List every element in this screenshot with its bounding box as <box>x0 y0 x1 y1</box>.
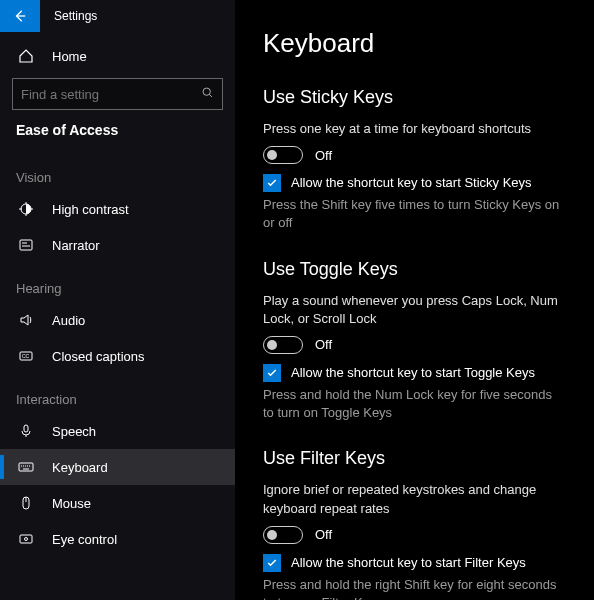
filter-toggle-row: Off <box>263 526 566 544</box>
svg-text:CC: CC <box>22 353 30 359</box>
filter-desc: Ignore brief or repeated keystrokes and … <box>263 481 566 517</box>
home-icon <box>16 48 36 64</box>
sidebar-item-label: Mouse <box>52 496 91 511</box>
search-box[interactable] <box>12 78 223 110</box>
sidebar: Settings Home Ease of Access Vision High… <box>0 0 235 600</box>
sticky-checkbox[interactable] <box>263 174 281 192</box>
filter-toggle-state: Off <box>315 527 332 542</box>
sidebar-item-label: High contrast <box>52 202 129 217</box>
filter-checkbox[interactable] <box>263 554 281 572</box>
section-sticky-title: Use Sticky Keys <box>263 87 566 108</box>
filter-hint: Press and hold the right Shift key for e… <box>263 576 566 600</box>
back-button[interactable] <box>0 0 40 32</box>
togglekeys-toggle-state: Off <box>315 337 332 352</box>
sidebar-item-narrator[interactable]: Narrator <box>0 227 235 263</box>
togglekeys-hint: Press and hold the Num Lock key for five… <box>263 386 566 422</box>
arrow-left-icon <box>13 9 27 23</box>
group-hearing-label: Hearing <box>0 263 235 302</box>
group-vision-label: Vision <box>0 152 235 191</box>
sidebar-item-keyboard[interactable]: Keyboard <box>0 449 235 485</box>
sticky-toggle-state: Off <box>315 148 332 163</box>
content-pane: Keyboard Use Sticky Keys Press one key a… <box>235 0 594 600</box>
svg-point-9 <box>25 538 28 541</box>
sticky-checkbox-label: Allow the shortcut key to start Sticky K… <box>291 174 532 192</box>
togglekeys-checkbox-label: Allow the shortcut key to start Toggle K… <box>291 364 535 382</box>
toggle-knob <box>267 150 277 160</box>
sidebar-item-label: Eye control <box>52 532 117 547</box>
sidebar-item-high-contrast[interactable]: High contrast <box>0 191 235 227</box>
togglekeys-desc: Play a sound whenever you press Caps Loc… <box>263 292 566 328</box>
svg-rect-8 <box>20 535 32 543</box>
sidebar-item-closed-captions[interactable]: CC Closed captions <box>0 338 235 374</box>
audio-icon <box>16 312 36 328</box>
sidebar-item-label: Closed captions <box>52 349 145 364</box>
group-interaction-label: Interaction <box>0 374 235 413</box>
category-label: Ease of Access <box>0 122 235 152</box>
sidebar-item-audio[interactable]: Audio <box>0 302 235 338</box>
app-title: Settings <box>40 9 97 23</box>
toggle-knob <box>267 340 277 350</box>
sidebar-item-label: Speech <box>52 424 96 439</box>
mouse-icon <box>16 495 36 511</box>
togglekeys-checkbox-row[interactable]: Allow the shortcut key to start Toggle K… <box>263 364 566 382</box>
svg-rect-5 <box>24 425 28 432</box>
sidebar-item-mouse[interactable]: Mouse <box>0 485 235 521</box>
home-label: Home <box>52 49 87 64</box>
togglekeys-checkbox[interactable] <box>263 364 281 382</box>
sidebar-item-eye-control[interactable]: Eye control <box>0 521 235 557</box>
filter-toggle[interactable] <box>263 526 303 544</box>
toggle-knob <box>267 530 277 540</box>
search-icon <box>201 86 214 102</box>
sidebar-item-label: Narrator <box>52 238 100 253</box>
svg-point-0 <box>203 88 210 95</box>
section-togglekeys-title: Use Toggle Keys <box>263 259 566 280</box>
check-icon <box>266 367 278 379</box>
sidebar-item-speech[interactable]: Speech <box>0 413 235 449</box>
filter-checkbox-row[interactable]: Allow the shortcut key to start Filter K… <box>263 554 566 572</box>
high-contrast-icon <box>16 201 36 217</box>
section-filter-title: Use Filter Keys <box>263 448 566 469</box>
sticky-hint: Press the Shift key five times to turn S… <box>263 196 566 232</box>
closed-captions-icon: CC <box>16 348 36 364</box>
page-title: Keyboard <box>263 28 566 59</box>
filter-checkbox-label: Allow the shortcut key to start Filter K… <box>291 554 526 572</box>
check-icon <box>266 557 278 569</box>
togglekeys-toggle-row: Off <box>263 336 566 354</box>
narrator-icon <box>16 237 36 253</box>
speech-icon <box>16 423 36 439</box>
sidebar-item-label: Keyboard <box>52 460 108 475</box>
togglekeys-toggle[interactable] <box>263 336 303 354</box>
keyboard-icon <box>16 459 36 475</box>
sticky-checkbox-row[interactable]: Allow the shortcut key to start Sticky K… <box>263 174 566 192</box>
svg-rect-2 <box>20 240 32 250</box>
eye-control-icon <box>16 531 36 547</box>
titlebar: Settings <box>0 0 235 32</box>
home-nav[interactable]: Home <box>0 38 235 74</box>
sticky-desc: Press one key at a time for keyboard sho… <box>263 120 566 138</box>
svg-rect-6 <box>19 463 33 471</box>
check-icon <box>266 177 278 189</box>
sidebar-item-label: Audio <box>52 313 85 328</box>
sticky-toggle[interactable] <box>263 146 303 164</box>
search-input[interactable] <box>21 87 201 102</box>
sticky-toggle-row: Off <box>263 146 566 164</box>
